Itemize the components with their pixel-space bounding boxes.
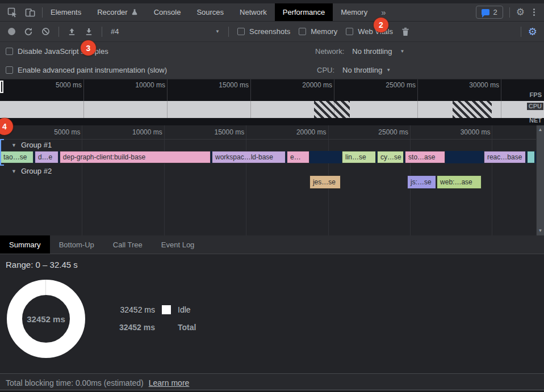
overview-left-handle[interactable] — [0, 81, 3, 93]
tabbar-right-icons: 2 ⚙ — [476, 6, 544, 19]
group2-label: Group #2 — [21, 167, 52, 175]
load-profile-icon[interactable] — [68, 27, 76, 36]
chevron-down-icon: ▼ — [400, 49, 404, 54]
tab-elements[interactable]: Elements — [43, 3, 89, 21]
flame-bar[interactable]: dep-graph-client:build-base — [60, 151, 211, 163]
flame-bar[interactable]: workspac…ld-base — [212, 151, 286, 163]
clear-icon[interactable] — [41, 27, 50, 36]
flame-bar[interactable]: js:…se — [407, 175, 436, 189]
tab-label: Bottom-Up — [59, 241, 94, 249]
tab-bottom-up[interactable]: Bottom-Up — [52, 235, 101, 254]
overview-tick-line — [83, 101, 84, 118]
cpu-throttling-select[interactable]: CPU: No throttling ▼ — [317, 61, 391, 79]
flame-bar[interactable]: cy…se — [377, 151, 404, 163]
lane-label-fps: FPS — [528, 91, 543, 99]
tab-memory[interactable]: Memory — [333, 3, 375, 21]
overview-tick-line — [417, 79, 418, 101]
tab-label: Console — [154, 8, 181, 16]
issues-counter-button[interactable]: 2 — [476, 6, 503, 19]
memory-checkbox[interactable]: Memory — [299, 27, 337, 36]
toolbar-divider — [102, 27, 102, 37]
flame-tick-label: 10000 ms — [123, 128, 162, 136]
cpu-hatch — [314, 101, 350, 118]
annotation-badge-2: 2 — [374, 18, 388, 32]
tab-label: Recorder — [97, 8, 127, 16]
chevron-down-icon: ▼ — [215, 29, 220, 34]
flame-bar[interactable]: jes…se — [309, 175, 341, 189]
flame-chart[interactable]: 5000 ms10000 ms15000 ms20000 ms25000 ms3… — [0, 125, 544, 235]
overview-tick-line — [417, 101, 418, 118]
triangle-down-icon: ▼ — [11, 168, 16, 174]
performance-toolbar: #4 ▼ Screenshots Memory Web Vitals ⚙ — [0, 22, 544, 42]
checkbox-box — [6, 66, 13, 74]
legend-idle-label: Idle — [178, 305, 191, 314]
toolbar-divider — [521, 27, 521, 37]
selected-group-bracket — [0, 139, 5, 166]
profile-select-value: #4 — [111, 27, 119, 36]
capture-settings-gear-icon[interactable]: ⚙ — [528, 27, 537, 37]
checkbox-box — [6, 48, 13, 55]
learn-more-link[interactable]: Learn more — [149, 378, 190, 387]
flame-bar[interactable]: d…e — [35, 151, 58, 163]
tab-call-tree[interactable]: Call Tree — [106, 235, 149, 254]
screenshots-checkbox[interactable]: Screenshots — [237, 27, 290, 36]
trash-icon[interactable] — [401, 27, 409, 36]
tab-label: Summary — [9, 241, 41, 249]
flame-tick-label: 25000 ms — [369, 128, 408, 136]
save-profile-icon[interactable] — [85, 27, 93, 36]
more-tabs-chevron[interactable]: » — [375, 7, 391, 17]
vertical-scrollbar[interactable]: ▲ ▼ — [536, 125, 544, 235]
tab-event-log[interactable]: Event Log — [154, 235, 202, 254]
tab-performance[interactable]: Performance — [275, 3, 333, 21]
device-toolbar-icon[interactable] — [25, 7, 36, 18]
tab-label: Memory — [341, 8, 367, 16]
flame-bar[interactable]: sto…ase — [405, 151, 445, 163]
scroll-down-icon[interactable]: ▼ — [538, 229, 543, 233]
flame-bar[interactable] — [527, 151, 535, 163]
devtools-window: Elements Recorder Console Sources Networ… — [0, 0, 544, 392]
overview-tick-line — [167, 101, 168, 118]
overview-tick-line — [334, 101, 334, 118]
cpu-label: CPU: — [317, 66, 334, 74]
checkbox-label: Screenshots — [249, 27, 290, 36]
record-button[interactable] — [8, 28, 15, 35]
group2-header[interactable]: ▼ Group #2 — [11, 167, 52, 175]
timeline-overview[interactable]: 5000 ms10000 ms15000 ms20000 ms25000 ms3… — [0, 79, 544, 125]
tab-recorder[interactable]: Recorder — [89, 3, 145, 21]
overview-tick-label: 10000 ms — [125, 81, 165, 89]
ruler-separator — [0, 139, 536, 140]
scroll-up-icon[interactable]: ▲ — [538, 128, 543, 132]
flame-tick-label: 5000 ms — [40, 128, 80, 136]
capture-settings-row-2: Enable advanced paint instrumentation (s… — [0, 61, 544, 79]
network-label: Network: — [315, 47, 344, 56]
tab-label: Sources — [196, 8, 224, 16]
tab-sources[interactable]: Sources — [189, 3, 232, 21]
overview-tick-line — [501, 79, 501, 101]
network-throttling-select[interactable]: Network: No throttling ▼ — [315, 42, 404, 61]
group2-track: jes…sejs:…seweb:…ase — [0, 175, 536, 189]
toolbar-divider — [228, 27, 229, 37]
flame-bar[interactable]: e… — [287, 151, 309, 163]
issues-count: 2 — [493, 8, 497, 16]
legend-idle-swatch — [162, 305, 171, 314]
flame-bar[interactable]: reac…base — [484, 151, 526, 163]
reload-and-record-icon[interactable] — [24, 27, 33, 36]
tab-summary[interactable]: Summary — [0, 235, 50, 254]
flame-bar[interactable]: web:…ase — [437, 175, 482, 189]
flame-bar[interactable]: lin…se — [342, 151, 376, 163]
cpu-value: No throttling — [342, 66, 382, 74]
blocking-time-text: Total blocking time: 0.00ms (estimated) — [6, 378, 144, 387]
flame-tick-label: 20000 ms — [287, 128, 327, 136]
tab-network[interactable]: Network — [232, 3, 275, 21]
tab-console[interactable]: Console — [146, 3, 189, 21]
inspect-element-icon[interactable] — [7, 7, 18, 18]
group1-header[interactable]: ▼ Group #1 — [11, 141, 52, 149]
checkbox-box — [299, 28, 306, 35]
profile-select[interactable]: #4 ▼ — [111, 27, 220, 36]
legend-total-label: Total — [178, 323, 196, 332]
menu-dots-icon[interactable] — [531, 9, 537, 16]
lane-label-net: NET — [528, 117, 543, 124]
advanced-paint-checkbox[interactable]: Enable advanced paint instrumentation (s… — [6, 61, 167, 79]
lane-label-cpu: CPU — [527, 103, 543, 110]
settings-gear-icon[interactable]: ⚙ — [516, 7, 525, 17]
